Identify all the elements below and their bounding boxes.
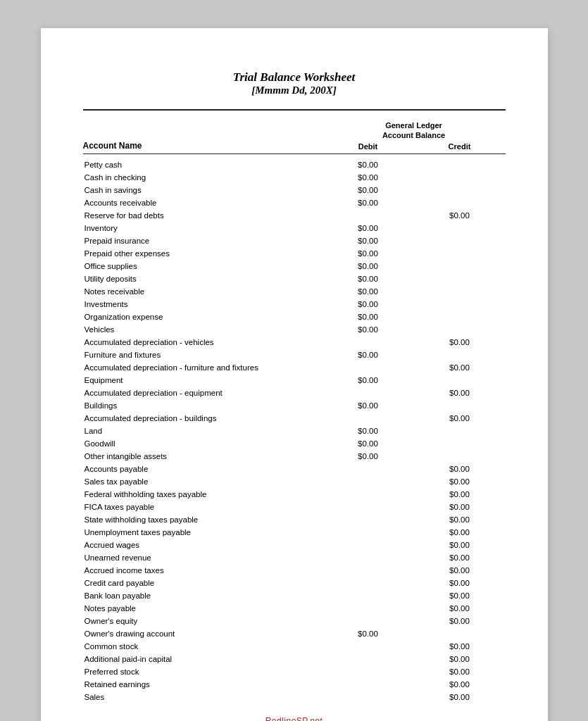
table-row: Prepaid other expenses$0.00	[83, 247, 506, 260]
footer-brand: RedlineSP.net	[83, 716, 506, 721]
table-row: Notes payable$0.00	[83, 602, 506, 615]
table-row: Investments$0.00	[83, 298, 506, 311]
table-row: Accumulated depreciation - furniture and…	[83, 361, 506, 374]
account-name-cell: Accumulated depreciation - buildings	[83, 414, 323, 422]
account-name-cell: Retained earnings	[83, 680, 323, 689]
table-row: Buildings$0.00	[83, 399, 506, 412]
debit-cell: $0.00	[323, 427, 414, 435]
table-row: Accrued income taxes$0.00	[83, 564, 506, 577]
title-divider	[83, 109, 506, 111]
credit-cell: $0.00	[414, 211, 506, 220]
table-row: Goodwill$0.00	[83, 437, 506, 450]
table-row: Sales tax payable$0.00	[83, 475, 506, 488]
debit-cell: $0.00	[323, 249, 414, 258]
account-name-cell: Accounts payable	[83, 465, 323, 473]
sub-title: [Mmmm Dd, 200X]	[83, 84, 506, 96]
table-row: Prepaid insurance$0.00	[83, 234, 506, 247]
account-name-cell: Bank loan payable	[83, 591, 323, 600]
title-block: Trial Balance Worksheet [Mmmm Dd, 200X]	[83, 70, 506, 96]
group-label: General LedgerAccount Balance	[382, 120, 445, 141]
account-name-cell: Utility deposits	[83, 275, 323, 283]
account-name-cell: Other intangible assets	[83, 452, 323, 460]
debit-cell: $0.00	[323, 224, 414, 232]
credit-cell: $0.00	[414, 541, 506, 549]
table-row: Accounts receivable$0.00	[83, 196, 506, 209]
table-row: Owner's equity$0.00	[83, 615, 506, 627]
credit-cell: $0.00	[414, 465, 506, 473]
account-name-cell: Accrued income taxes	[83, 566, 323, 575]
account-name-cell: Prepaid insurance	[83, 237, 323, 245]
credit-cell: $0.00	[414, 655, 506, 663]
table-row: Other intangible assets$0.00	[83, 450, 506, 463]
credit-cell: $0.00	[414, 604, 506, 613]
account-name-cell: Buildings	[83, 401, 323, 410]
credit-cell: $0.00	[414, 363, 506, 372]
account-name-cell: FICA taxes payable	[83, 503, 323, 511]
account-name-cell: Cash in savings	[83, 186, 323, 194]
table-row: Cash in savings$0.00	[83, 184, 506, 196]
table-row: Unearned revenue$0.00	[83, 551, 506, 564]
account-name-cell: Accumulated depreciation - vehicles	[83, 338, 323, 346]
table-row: Retained earnings$0.00	[83, 678, 506, 691]
table-row: Accrued wages$0.00	[83, 539, 506, 551]
account-name-cell: Equipment	[83, 376, 323, 384]
account-name-cell: Reserve for bad debts	[83, 211, 323, 220]
credit-cell: $0.00	[414, 642, 506, 651]
credit-cell: $0.00	[414, 490, 506, 499]
credit-cell: $0.00	[414, 591, 506, 600]
credit-cell: $0.00	[414, 477, 506, 486]
account-name-cell: Petty cash	[83, 161, 323, 169]
debit-cell: $0.00	[323, 629, 414, 638]
debit-cell: $0.00	[323, 186, 414, 194]
account-name-cell: Furniture and fixtures	[83, 351, 323, 359]
table-header: Account Name General LedgerAccount Balan…	[83, 120, 506, 154]
page: Trial Balance Worksheet [Mmmm Dd, 200X] …	[41, 28, 548, 721]
account-name-cell: Accumulated depreciation - furniture and…	[83, 363, 323, 372]
table-row: Additional paid-in capital$0.00	[83, 653, 506, 665]
account-name-cell: Federal withholding taxes payable	[83, 490, 323, 499]
account-name-cell: Notes receivable	[83, 287, 323, 296]
credit-cell: $0.00	[414, 617, 506, 625]
credit-cell: $0.00	[414, 566, 506, 575]
credit-cell: $0.00	[414, 338, 506, 346]
account-name-cell: Additional paid-in capital	[83, 655, 323, 663]
table-row: Equipment$0.00	[83, 374, 506, 387]
table-row: Reserve for bad debts$0.00	[83, 209, 506, 222]
debit-cell: $0.00	[323, 376, 414, 384]
credit-cell: $0.00	[414, 528, 506, 537]
account-name-cell: Unearned revenue	[83, 553, 323, 562]
table-row: Accumulated depreciation - buildings$0.0…	[83, 412, 506, 425]
credit-cell: $0.00	[414, 389, 506, 397]
account-name-cell: Unemployment taxes payable	[83, 528, 323, 537]
credit-cell: $0.00	[414, 414, 506, 422]
table-row: Bank loan payable$0.00	[83, 589, 506, 602]
table-row: Accumulated depreciation - equipment$0.0…	[83, 387, 506, 399]
account-name-cell: Cash in checking	[83, 173, 323, 182]
table-row: Credit card payable$0.00	[83, 577, 506, 589]
table-row: Office supplies$0.00	[83, 260, 506, 272]
account-name-cell: Accrued wages	[83, 541, 323, 549]
debit-cell: $0.00	[323, 313, 414, 321]
account-name-cell: Owner's equity	[83, 617, 323, 625]
account-name-cell: Office supplies	[83, 262, 323, 270]
account-name-cell: Accounts receivable	[83, 199, 323, 207]
account-name-cell: Land	[83, 427, 323, 435]
debit-cell: $0.00	[323, 173, 414, 182]
debit-cell: $0.00	[323, 287, 414, 296]
credit-cell: $0.00	[414, 579, 506, 587]
general-ledger-group: General LedgerAccount Balance Debit Cred…	[323, 120, 506, 151]
table-row: Organization expense$0.00	[83, 311, 506, 323]
debit-cell: $0.00	[323, 439, 414, 448]
debit-cell: $0.00	[323, 452, 414, 460]
table-row: Sales$0.00	[83, 691, 506, 703]
account-name-cell: Credit card payable	[83, 579, 323, 587]
debit-cell: $0.00	[323, 300, 414, 308]
table-row: Unemployment taxes payable$0.00	[83, 526, 506, 539]
credit-cell: $0.00	[414, 667, 506, 676]
account-name-cell: Notes payable	[83, 604, 323, 613]
table-row: Land$0.00	[83, 425, 506, 437]
credit-cell: $0.00	[414, 515, 506, 524]
table-row: Preferred stock$0.00	[83, 665, 506, 678]
account-name-cell: Goodwill	[83, 439, 323, 448]
table-row: Petty cash$0.00	[83, 158, 506, 171]
